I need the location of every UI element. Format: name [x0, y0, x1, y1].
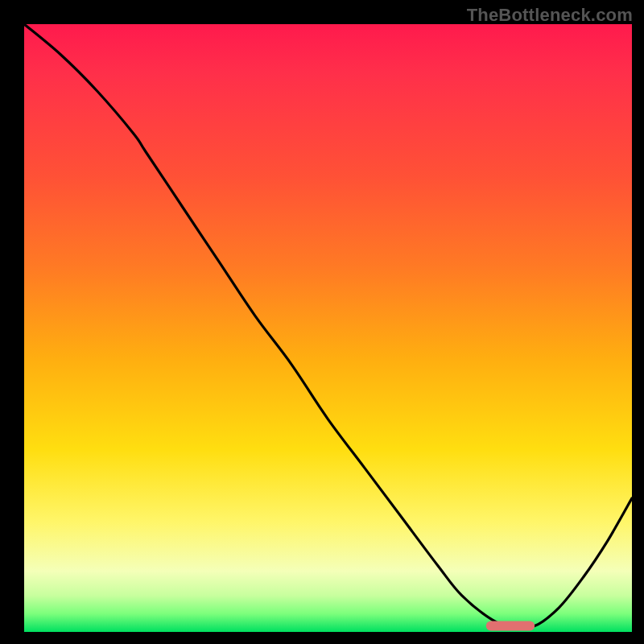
- chart-overlay: [24, 24, 632, 632]
- bottleneck-curve: [24, 24, 632, 627]
- optimum-marker: [486, 621, 535, 631]
- watermark-text: TheBottleneck.com: [467, 5, 633, 26]
- chart-frame: TheBottleneck.com: [0, 0, 644, 644]
